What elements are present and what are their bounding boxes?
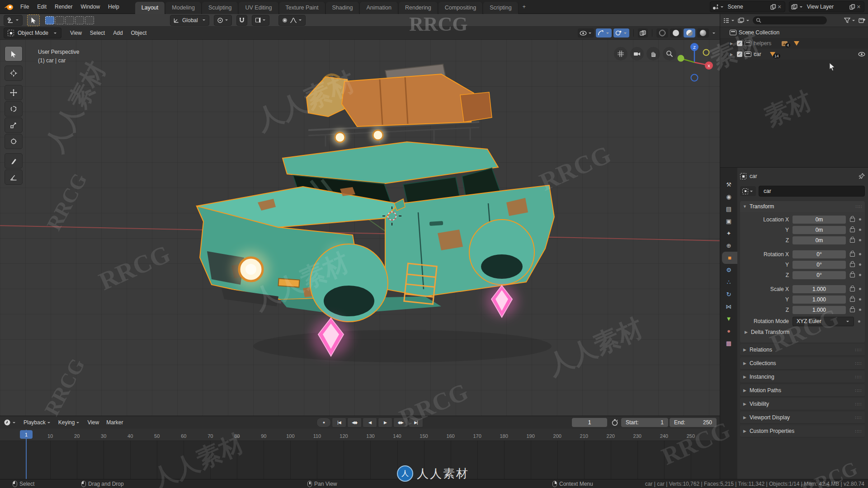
tool-scale[interactable] <box>5 117 23 133</box>
active-tool-select-box[interactable] <box>27 14 40 26</box>
drag-grip-icon[interactable]: ∷∷ <box>855 375 862 380</box>
scene-selector[interactable]: Scene ✕ <box>710 1 785 12</box>
drag-grip-icon[interactable]: ∷∷ <box>855 415 862 420</box>
editor-type-dropdown[interactable] <box>723 18 735 23</box>
tab-layout[interactable]: Layout <box>135 2 165 14</box>
properties-tab-object[interactable]: ■ <box>722 252 737 264</box>
tool-cursor-3d[interactable] <box>5 66 23 81</box>
outliner-row-car[interactable]: ▶ car 14 <box>720 49 868 60</box>
lock-icon[interactable] <box>850 298 855 302</box>
proportional-edit-dropdown[interactable] <box>278 15 306 26</box>
animate-dot[interactable] <box>859 288 861 290</box>
filter-dropdown[interactable] <box>844 18 856 23</box>
transform-value-field[interactable]: 0° <box>793 250 846 258</box>
drag-grip-icon[interactable]: ∷∷ <box>855 402 862 407</box>
tab-animation[interactable]: Animation <box>360 2 398 14</box>
pan-view-button[interactable] <box>646 47 660 61</box>
tool-move[interactable] <box>5 85 23 100</box>
pivot-point-dropdown[interactable] <box>214 15 232 26</box>
properties-tab-texture[interactable]: ▩ <box>720 337 737 349</box>
panel-viewport-display[interactable]: ▶Viewport Display∷∷ <box>740 412 865 424</box>
lock-icon[interactable] <box>850 308 855 312</box>
visibility-dropdown[interactable] <box>578 28 594 38</box>
outliner-row-helpers[interactable]: ▶ helpers 4 <box>720 38 868 49</box>
properties-tab-physics[interactable]: ↻ <box>720 288 737 300</box>
timeline-menu-playback[interactable]: Playback <box>20 418 55 427</box>
transform-panel-header[interactable]: ▼ Transform ∷∷ <box>740 201 865 212</box>
transform-orientation[interactable]: Global <box>170 15 209 26</box>
drag-grip-icon[interactable]: ∷∷ <box>855 388 862 393</box>
tool-annotate[interactable] <box>5 153 23 169</box>
menu-edit[interactable]: Edit <box>33 2 51 12</box>
drag-grip-icon[interactable]: ∷∷ <box>855 429 862 434</box>
outliner-row-scene-collection[interactable]: ▶ Scene Collection <box>720 27 868 38</box>
shading-rendered-button[interactable] <box>697 28 709 38</box>
tool-select-box[interactable] <box>5 46 23 61</box>
properties-tab-constraints[interactable]: ⋈ <box>720 300 737 313</box>
panel-visibility[interactable]: ▶Visibility∷∷ <box>740 398 865 410</box>
menu-window[interactable]: Window <box>76 2 104 12</box>
animate-dot[interactable] <box>859 274 861 276</box>
gizmos-toggle[interactable] <box>596 28 612 38</box>
animate-dot[interactable] <box>859 253 861 255</box>
properties-tab-material[interactable]: ● <box>720 325 737 337</box>
drag-grip-icon[interactable]: ∷∷ <box>855 347 862 352</box>
expand-icon[interactable]: ▶ <box>730 52 735 56</box>
record-button[interactable]: ● <box>316 418 331 427</box>
transform-value-field[interactable]: 0° <box>793 261 846 269</box>
overlays-toggle[interactable] <box>613 28 629 38</box>
drag-grip-icon[interactable]: ∷∷ <box>855 204 862 209</box>
lock-icon[interactable] <box>850 263 855 267</box>
tool-measure[interactable] <box>5 169 23 185</box>
blender-logo-icon[interactable] <box>4 4 14 10</box>
timeline-menu-marker[interactable]: Marker <box>103 418 127 427</box>
snap-toggle[interactable] <box>236 15 247 26</box>
playhead-frame-badge[interactable]: 1 <box>20 430 33 439</box>
add-workspace-button[interactable]: + <box>519 2 529 12</box>
menu-file[interactable]: File <box>16 2 33 12</box>
lock-icon[interactable] <box>850 253 855 257</box>
chevron-down-icon[interactable] <box>712 33 715 35</box>
select-mode-4[interactable] <box>85 16 94 24</box>
transform-value-field[interactable]: 0m <box>793 226 846 234</box>
tool-dropdown[interactable] <box>4 15 23 26</box>
properties-tab-scene[interactable]: ✦ <box>720 227 737 239</box>
unlink-scene-icon[interactable]: ✕ <box>776 4 783 10</box>
frame-start-field[interactable]: Start: 1 <box>621 418 668 427</box>
select-mode-2[interactable] <box>65 16 74 24</box>
properties-tab-particles[interactable]: ∴ <box>720 276 737 288</box>
animate-dot[interactable] <box>859 309 861 311</box>
properties-tab-view-layer[interactable]: ▣ <box>720 215 737 227</box>
pin-icon[interactable] <box>859 173 865 179</box>
view-layer-selector[interactable]: View Layer ✕ <box>789 1 864 12</box>
auto-keyframe-icon[interactable] <box>611 419 618 426</box>
lock-icon[interactable] <box>850 218 855 222</box>
viewport-menu-object[interactable]: Object <box>127 28 151 38</box>
jump-first-button[interactable]: |◀ <box>332 418 346 427</box>
toggle-grid-button[interactable] <box>614 47 627 61</box>
transform-value-field[interactable]: 1.000 <box>793 296 846 304</box>
viewport-menu-view[interactable]: View <box>66 28 86 38</box>
menu-help[interactable]: Help <box>104 2 123 12</box>
animate-dot[interactable] <box>859 239 861 241</box>
tab-sculpting[interactable]: Sculpting <box>202 2 238 14</box>
display-mode-dropdown[interactable] <box>738 18 750 23</box>
lock-icon[interactable] <box>850 228 855 232</box>
play-reverse-button[interactable]: ◀ <box>363 418 377 427</box>
properties-tab-modifiers[interactable]: ⚙ <box>720 264 737 276</box>
viewport-menu-add[interactable]: Add <box>109 28 127 38</box>
car-model[interactable] <box>190 53 570 370</box>
select-mode-3[interactable] <box>75 16 84 24</box>
copy-view-layer-icon[interactable] <box>849 4 855 10</box>
lock-icon[interactable] <box>850 239 855 243</box>
shading-wireframe-button[interactable] <box>656 28 668 38</box>
object-name-field[interactable]: car <box>759 186 865 197</box>
tab-shading[interactable]: Shading <box>326 2 360 14</box>
delta-transform-panel[interactable]: ▶ Delta Transform <box>745 327 862 337</box>
timeline-body[interactable] <box>0 441 720 479</box>
prev-keyframe-button[interactable]: ◀◆ <box>347 418 362 427</box>
viewport-menu-select[interactable]: Select <box>86 28 109 38</box>
rotation-mode-dropdown[interactable]: XYZ Euler <box>793 317 854 326</box>
panel-collections[interactable]: ▶Collections∷∷ <box>740 357 865 370</box>
lock-icon[interactable] <box>850 287 855 291</box>
